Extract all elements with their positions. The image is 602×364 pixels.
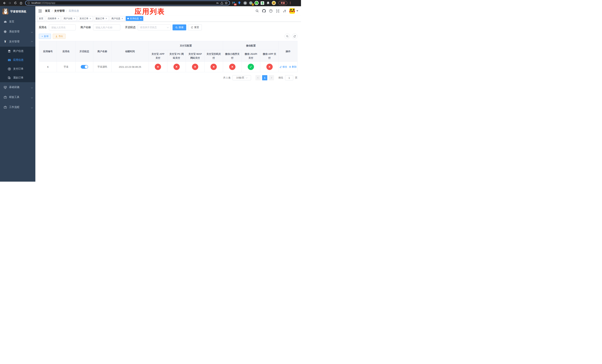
- sidebar-item-devtools[interactable]: 研发工具: [0, 92, 35, 102]
- sidebar-item-pay-order[interactable]: ¥ 支付订单: [0, 64, 35, 73]
- prev-page-button[interactable]: [256, 75, 261, 80]
- sidebar-item-merchant-info[interactable]: 商户信息: [0, 47, 35, 55]
- show-search-toggle-button[interactable]: [285, 33, 290, 39]
- cell-merchant-name: 芋道源码: [93, 62, 111, 72]
- plus-icon: +: [42, 35, 43, 38]
- extension-y-icon[interactable]: y: [255, 1, 258, 5]
- help-icon[interactable]: [269, 9, 273, 13]
- url-bar[interactable]: localhost:1024/pay/app: [25, 0, 230, 5]
- close-tab-icon[interactable]: ✕: [106, 17, 107, 20]
- close-tab-icon[interactable]: ✕: [58, 17, 59, 20]
- sidebar-item-workflow[interactable]: 工作流程: [0, 102, 35, 112]
- extension-command-icon[interactable]: ⌘: [243, 1, 247, 5]
- merchant-name-label: 商户名称: [81, 26, 91, 29]
- goto-page-input[interactable]: [285, 75, 293, 80]
- search-button[interactable]: 搜索: [172, 24, 186, 30]
- forward-icon[interactable]: [7, 0, 12, 5]
- breadcrumb-home[interactable]: 首页: [45, 9, 50, 13]
- app-name-input[interactable]: [49, 24, 76, 30]
- tab-home[interactable]: 首页: [37, 16, 45, 21]
- pagination: 共 1 条 10条/页 1 前往 页: [39, 75, 298, 80]
- sidebar-item-home[interactable]: 首页: [0, 17, 35, 27]
- font-size-icon[interactable]: TT: [282, 9, 287, 13]
- sidebar-item-label: 商户信息: [13, 49, 23, 53]
- close-tab-icon[interactable]: ✕: [140, 17, 142, 20]
- user-menu[interactable]: [289, 8, 298, 14]
- tab-flow-form[interactable]: 流程表单✕: [46, 16, 61, 21]
- sidebar-item-label: 支付管理: [9, 40, 20, 43]
- user-avatar: [289, 8, 295, 14]
- site-info-icon[interactable]: [27, 2, 30, 4]
- home-icon[interactable]: [19, 0, 23, 5]
- bookmark-star-icon[interactable]: [225, 1, 228, 4]
- add-button[interactable]: + 新增: [39, 34, 51, 39]
- profile-emoji-avatar[interactable]: [272, 1, 276, 5]
- sidebar-collapse-icon[interactable]: [38, 9, 42, 13]
- delete-link[interactable]: 删除: [289, 65, 297, 68]
- github-icon[interactable]: [262, 9, 266, 13]
- sidebar-item-label: 支付订单: [13, 67, 23, 71]
- close-tab-icon[interactable]: ✕: [121, 17, 123, 20]
- share-icon[interactable]: [220, 2, 223, 4]
- channel-status-badge: ×: [210, 64, 217, 70]
- extension-diamond-icon[interactable]: 10: [232, 1, 236, 5]
- tab-pay-order[interactable]: 支付订单✕: [78, 16, 93, 21]
- col-wechat-lite: 微信小程序支付: [223, 50, 242, 62]
- sidebar-item-refund-order[interactable]: 退款订单: [0, 73, 35, 82]
- close-tab-icon[interactable]: ✕: [74, 17, 75, 20]
- tab-user-group[interactable]: 用户分组✕: [62, 16, 77, 21]
- active-dot: [127, 18, 129, 19]
- goto-unit: 页: [295, 76, 298, 79]
- edit-pencil-icon: [280, 66, 282, 68]
- tab-refund-order[interactable]: 退款订单✕: [94, 16, 109, 21]
- page-number-1[interactable]: 1: [262, 75, 267, 80]
- sidebar-item-app-info[interactable]: 应用信息: [0, 55, 35, 64]
- merchant-name-input[interactable]: [93, 24, 120, 30]
- search-icon[interactable]: [255, 9, 259, 13]
- tab-merchant-info[interactable]: 商户信息✕: [110, 16, 125, 21]
- sidebar-item-payment[interactable]: ¥ 支付管理: [0, 37, 35, 47]
- logo-rabbit-avatar: [2, 9, 8, 14]
- next-page-button[interactable]: [269, 75, 274, 80]
- menu-kebab-icon[interactable]: [289, 1, 292, 4]
- key-icon[interactable]: [216, 2, 219, 4]
- download-icon: [55, 35, 58, 37]
- extension-badge: 1: [252, 3, 254, 6]
- table-toolbar: + 新增 导出: [39, 33, 298, 39]
- cell-app-name: 芋道: [57, 62, 75, 72]
- back-icon[interactable]: [2, 0, 7, 5]
- reload-icon[interactable]: [13, 0, 18, 5]
- app-table: 应用编号 应用名 开启状态 商户名称 创建时间 支付宝配置 微信配置 操作 支付…: [39, 41, 298, 72]
- sidebar-item-label: 退款订单: [13, 76, 23, 79]
- sidebar-item-infrastructure[interactable]: 基础设施: [0, 82, 35, 92]
- close-tab-icon[interactable]: ✕: [89, 17, 91, 20]
- chevron-right-icon: [270, 77, 272, 78]
- status-toggle[interactable]: [81, 65, 88, 69]
- fullscreen-icon[interactable]: [276, 9, 280, 13]
- extension-doc-icon[interactable]: [260, 1, 264, 5]
- reset-button[interactable]: 重置: [188, 24, 202, 30]
- extension-recorder-icon[interactable]: 1: [249, 1, 253, 5]
- table-row: 6 芋道 芋道源码 2021-10-23 08:49:25 × × × × × …: [39, 62, 298, 72]
- extensions-puzzle-icon[interactable]: [266, 1, 270, 5]
- tab-app-info[interactable]: 应用信息✕: [126, 16, 143, 21]
- extension-balloon-icon[interactable]: [237, 1, 241, 5]
- page-size-select[interactable]: 10条/页: [233, 75, 251, 80]
- payment-submenu: 商户信息 应用信息 ¥ 支付订单 退款订单: [0, 47, 35, 82]
- breadcrumb-section[interactable]: 支付管理: [54, 9, 64, 13]
- col-alipay-app: 支付宝 APP 支付: [149, 50, 167, 62]
- browser-toolbar: localhost:1024/pay/app 10 ⌘ 1 y 更新: [0, 0, 301, 6]
- status-select[interactable]: 请选择开启状态: [138, 24, 171, 30]
- col-alipay-qr: 支付宝扫码支付: [204, 50, 223, 62]
- update-button[interactable]: 更新: [279, 1, 287, 5]
- yen-icon: ¥: [3, 40, 7, 43]
- svg-text:⌘: ⌘: [244, 2, 246, 4]
- sidebar-item-system[interactable]: 系统管理: [0, 27, 35, 37]
- app-logo[interactable]: 芋道管理系统: [0, 6, 35, 17]
- refresh-table-button[interactable]: [292, 33, 298, 39]
- export-button[interactable]: 导出: [53, 34, 65, 39]
- chevron-down-icon: [31, 31, 33, 33]
- document-copy-icon: [8, 76, 11, 79]
- chevron-down-icon: [31, 97, 33, 98]
- edit-link[interactable]: 修改: [280, 65, 287, 68]
